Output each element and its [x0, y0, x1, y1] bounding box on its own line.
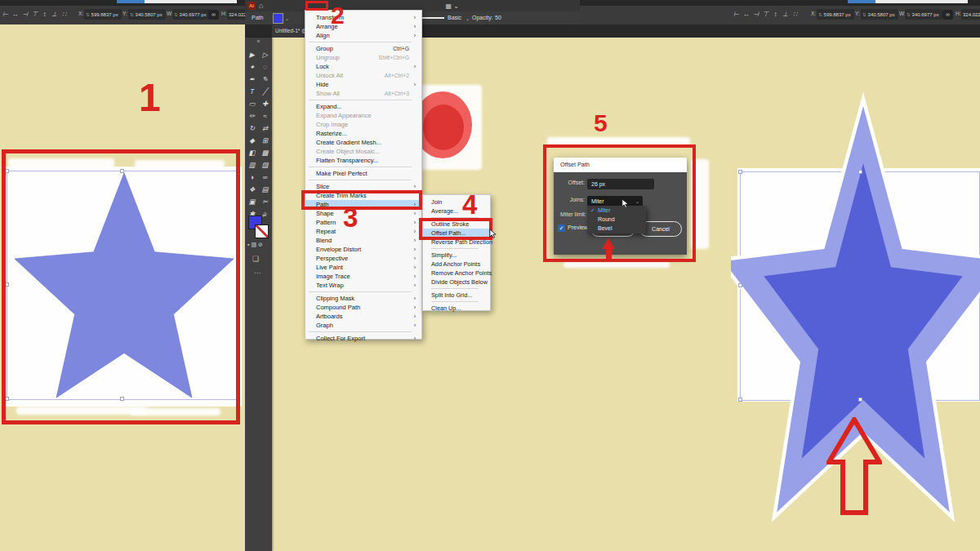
object-menu-item[interactable]: Align ›: [305, 31, 421, 40]
blend-tool-icon[interactable]: ∞: [259, 171, 272, 184]
fill-color-swatch[interactable]: [273, 13, 283, 24]
y-field[interactable]: ⇅ 340.5807 px: [861, 9, 898, 20]
object-menu-item[interactable]: Image Trace ›: [305, 272, 421, 281]
path-submenu-item[interactable]: Clean Up...: [423, 304, 490, 313]
horizontal-align-center-icon[interactable]: ↔: [11, 9, 19, 20]
object-menu-item[interactable]: Show All Alt+Ctrl+3: [305, 89, 421, 98]
object-menu-item[interactable]: Expand Appearance: [305, 111, 421, 120]
free-transform-tool-icon[interactable]: ⊞: [259, 135, 272, 147]
path-submenu-item[interactable]: Divide Objects Below: [423, 278, 490, 287]
swap-fill-stroke-icon[interactable]: ⇄: [262, 212, 266, 218]
object-menu-item[interactable]: Rasterize...: [305, 129, 421, 138]
spinner-icon[interactable]: ⇅: [818, 12, 822, 17]
selection-handle[interactable]: [858, 170, 862, 174]
path-submenu-item[interactable]: Join: [423, 198, 490, 207]
object-menu-item[interactable]: Hide ›: [305, 80, 421, 89]
artboard-tool-icon[interactable]: ▣: [246, 196, 259, 208]
reference-point-icon[interactable]: ∷: [60, 9, 68, 20]
object-menu-item[interactable]: Unlock All Alt+Ctrl+2: [305, 71, 421, 80]
collapse-panel-icon[interactable]: «: [245, 38, 272, 46]
joins-dropdown-option[interactable]: Bevel: [587, 224, 646, 233]
joins-dropdown-option[interactable]: ✓ Miter: [587, 206, 646, 215]
curvature-tool-icon[interactable]: ✎: [259, 73, 272, 86]
color-mode-icons[interactable]: ▪ ▨ ⊘: [247, 242, 263, 248]
object-menu-item[interactable]: Blend ›: [305, 236, 421, 245]
gradient-tool-icon[interactable]: ▨: [259, 159, 272, 171]
vertical-align-bottom-icon[interactable]: ⊥: [51, 9, 58, 20]
object-menu-item[interactable]: Arrange ›: [305, 22, 421, 31]
selection-handle[interactable]: [738, 283, 742, 287]
stroke-swatch[interactable]: [255, 224, 269, 238]
path-submenu-item[interactable]: Simplify...: [423, 251, 490, 260]
object-menu-item[interactable]: Collect For Export ›: [305, 334, 421, 343]
chevron-down-icon[interactable]: ⌄: [466, 15, 470, 23]
pen-tool-icon[interactable]: ✒: [246, 73, 259, 86]
eyedropper-tool-icon[interactable]: ◑: [246, 171, 259, 184]
width-tool-icon[interactable]: ◆: [246, 135, 259, 147]
mesh-tool-icon[interactable]: ▥: [246, 159, 259, 171]
spinner-icon[interactable]: ⇅: [906, 12, 911, 17]
object-menu-item[interactable]: Graph ›: [305, 321, 421, 330]
object-menu-item[interactable]: Compound Path ›: [305, 303, 421, 312]
paintbrush-tool-icon[interactable]: ✚: [259, 98, 272, 110]
selection-handle[interactable]: [738, 398, 742, 402]
object-menu-item[interactable]: Artboards ›: [305, 312, 421, 321]
more-tools-icon[interactable]: ⋯: [254, 269, 261, 277]
object-menu-item[interactable]: Perspective ›: [305, 254, 421, 263]
object-menu-item[interactable]: Crop Image: [305, 120, 421, 129]
direct-selection-tool-icon[interactable]: ▷: [259, 49, 272, 61]
object-menu-item[interactable]: Shape ›: [305, 209, 421, 218]
object-menu-item[interactable]: Repeat ›: [305, 227, 421, 236]
shaper-tool-icon[interactable]: ≈: [259, 110, 272, 122]
object-menu-item[interactable]: Clipping Mask ›: [305, 294, 421, 303]
rotate-tool-icon[interactable]: ↻: [246, 122, 259, 135]
path-submenu-item[interactable]: Split Into Grid...: [423, 291, 490, 300]
symbol-sprayer-tool-icon[interactable]: ❖: [246, 184, 259, 196]
vertical-align-top-icon[interactable]: ⊤: [762, 9, 769, 20]
stroke-style-select[interactable]: Basic: [448, 14, 461, 22]
w-field[interactable]: ⇅ 340.6977 px: [905, 9, 942, 20]
path-submenu-item[interactable]: Average...: [423, 207, 490, 216]
w-field[interactable]: ⇅ 340.6977 px: [172, 9, 210, 20]
pencil-tool-icon[interactable]: ✏: [246, 110, 259, 122]
spinner-icon[interactable]: ⇅: [86, 12, 90, 17]
joins-dropdown-option[interactable]: Round: [587, 215, 646, 224]
selection-handle[interactable]: [858, 398, 862, 402]
horizontal-align-left-icon[interactable]: ⊢: [2, 9, 9, 20]
x-field[interactable]: ⇅ 599.8837 px: [817, 9, 854, 20]
object-menu-item[interactable]: Ungroup Shift+Ctrl+G: [305, 53, 421, 62]
line-segment-tool-icon[interactable]: ╱: [259, 86, 272, 98]
vertical-align-top-icon[interactable]: ⊤: [31, 9, 38, 20]
selection-tool-icon[interactable]: ▶: [246, 49, 259, 61]
object-menu-item[interactable]: Create Object Mosaic...: [305, 147, 421, 156]
opacity-value[interactable]: 50: [495, 14, 501, 22]
object-menu-item[interactable]: Transform ›: [305, 13, 421, 22]
path-submenu-item[interactable]: Remove Anchor Points: [423, 269, 490, 278]
object-menu-item[interactable]: Group Ctrl+G: [305, 44, 421, 53]
scale-tool-icon[interactable]: ⇄: [259, 122, 272, 135]
object-menu-item[interactable]: Live Paint ›: [305, 263, 421, 272]
object-menu-item[interactable]: Expand...: [305, 102, 421, 111]
spinner-icon[interactable]: ⇅: [174, 12, 178, 17]
draw-modes-icon[interactable]: ❏: [252, 255, 259, 263]
vertical-align-bottom-icon[interactable]: ⊥: [782, 9, 789, 20]
x-field[interactable]: ⇅ 599.8837 px: [84, 9, 122, 20]
object-menu-item[interactable]: Pattern ›: [305, 218, 421, 227]
h-field[interactable]: 324.022: [227, 9, 245, 20]
slice-tool-icon[interactable]: ✂: [259, 196, 272, 208]
path-submenu-item[interactable]: Add Anchor Points: [423, 260, 490, 269]
lasso-tool-icon[interactable]: ◌: [259, 61, 272, 73]
type-tool-icon[interactable]: T: [246, 86, 259, 98]
horizontal-align-left-icon[interactable]: ⊢: [733, 9, 740, 20]
object-menu-item[interactable]: Flatten Transparency...: [305, 156, 421, 165]
object-menu-item[interactable]: Lock ›: [305, 62, 421, 71]
reference-point-icon[interactable]: ∷: [791, 9, 799, 20]
link-dimensions-icon[interactable]: ∞: [208, 10, 219, 20]
shape-builder-tool-icon[interactable]: ◧: [246, 147, 259, 159]
y-field[interactable]: ⇅ 340.5807 px: [128, 9, 166, 20]
object-menu-item[interactable]: Text Wrap ›: [305, 281, 421, 290]
object-menu-item[interactable]: Envelope Distort ›: [305, 245, 421, 254]
horizontal-align-center-icon[interactable]: ↔: [742, 9, 750, 20]
rectangle-tool-icon[interactable]: ▭: [246, 98, 259, 110]
magic-wand-tool-icon[interactable]: ✦: [246, 61, 259, 73]
